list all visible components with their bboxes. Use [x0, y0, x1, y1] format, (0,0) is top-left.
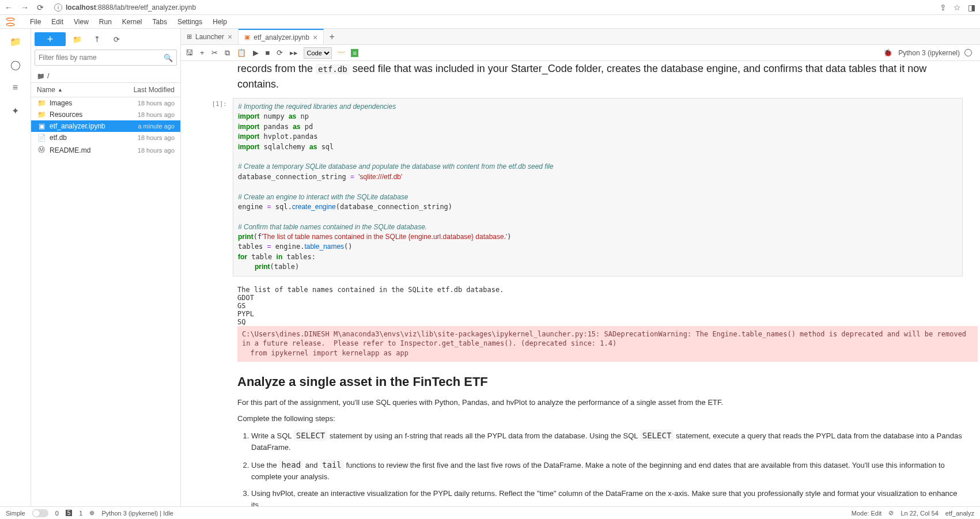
status-cursor: Ln 22, Col 54	[900, 510, 938, 517]
add-tab-button[interactable]: +	[324, 29, 340, 44]
list-item: Write a SQL SELECT statement by using an…	[251, 430, 963, 453]
menu-view[interactable]: View	[74, 18, 89, 26]
status-count-box: 5	[66, 510, 73, 516]
panel-icon[interactable]: ◨	[968, 3, 975, 12]
copy-icon[interactable]: ⧉	[224, 48, 231, 58]
tab-launcher[interactable]: ⊞ Launcher ×	[181, 29, 239, 44]
toc-icon[interactable]: ≡	[10, 82, 21, 93]
stop-icon[interactable]: ■	[264, 48, 271, 57]
status-kernel[interactable]: Python 3 (ipykernel) | Idle	[101, 510, 173, 517]
status-mode: Mode: Edit	[852, 510, 882, 517]
menu-tabs[interactable]: Tabs	[153, 18, 167, 26]
forward-icon[interactable]: →	[21, 3, 29, 12]
status-count: 1	[79, 510, 82, 517]
md-code: etf.db	[316, 64, 350, 74]
back-icon[interactable]: ←	[5, 3, 13, 12]
new-launcher-button[interactable]: +	[35, 32, 66, 46]
reload-icon[interactable]: ⟳	[37, 3, 44, 12]
info-icon[interactable]: i	[54, 3, 62, 12]
fast-forward-icon[interactable]: ▸▸	[289, 48, 299, 57]
star-icon[interactable]: ☆	[953, 3, 961, 12]
notebook-toolbar: 🖫 + ✂ ⧉ 📋 ▶ ■ ⟳ ▸▸ Code 〰 ≡ 🐞 Python 3 (…	[181, 45, 980, 61]
list-item: Use the head and tail functions to revie…	[251, 459, 963, 483]
col-name[interactable]: Name	[37, 86, 55, 94]
notebook-body[interactable]: records from the etf.db seed file that w…	[181, 61, 980, 506]
simple-toggle[interactable]	[32, 509, 48, 517]
status-file: etf_analyz	[945, 510, 974, 517]
chart-icon[interactable]: 〰	[336, 48, 346, 57]
cell-output-warning: C:\Users\dines.DINESH M\anaconda3\envs\v…	[237, 326, 978, 362]
save-icon[interactable]: 🖫	[184, 48, 194, 57]
file-browser: + 📁 ⤒ ⟳ 🔍 / Name ▲ Last Modified 📁Images…	[31, 29, 181, 506]
cut-icon[interactable]: ✂	[210, 48, 219, 57]
col-modified[interactable]: Last Modified	[134, 86, 175, 94]
file-item[interactable]: ▣etf_analyzer.ipynba minute ago	[31, 120, 180, 132]
running-icon[interactable]: ◯	[10, 59, 21, 70]
jupyter-menu-bar: File Edit View Run Kernel Tabs Settings …	[0, 15, 980, 29]
code-editor[interactable]: # Importing the required libraries and d…	[233, 98, 963, 276]
menu-edit[interactable]: Edit	[51, 18, 63, 26]
file-modified: 18 hours ago	[138, 147, 175, 154]
markdown-cell-section[interactable]: Analyze a single asset in the FinTech ET…	[181, 372, 980, 506]
menu-kernel[interactable]: Kernel	[122, 18, 142, 26]
bell-icon[interactable]: ⊘	[888, 509, 894, 517]
launcher-icon: ⊞	[187, 33, 192, 40]
menu-run[interactable]: Run	[99, 18, 112, 26]
tab-bar: ⊞ Launcher × etf_analyzer.ipynb × +	[181, 29, 980, 45]
code-cell[interactable]: [1]: # Importing the required libraries …	[181, 98, 980, 282]
activity-bar: 📁 ◯ ≡ ✦	[0, 29, 31, 506]
new-folder-icon[interactable]: 📁	[69, 32, 85, 46]
menu-help[interactable]: Help	[213, 18, 227, 26]
folder-icon[interactable]: 📁	[10, 36, 21, 47]
status-count: 0	[55, 510, 59, 517]
file-type-icon: 📁	[37, 111, 46, 119]
bug-icon[interactable]: 🐞	[882, 48, 894, 57]
menu-file[interactable]: File	[30, 18, 41, 26]
run-icon[interactable]: ▶	[252, 48, 260, 57]
restart-icon[interactable]: ⟳	[275, 48, 284, 57]
md-paragraph: For this part of the assignment, you'll …	[237, 397, 963, 408]
notebook-icon	[244, 33, 250, 41]
file-item[interactable]: 📄etf.db18 hours ago	[31, 132, 180, 143]
section-heading: Analyze a single asset in the FinTech ET…	[237, 372, 963, 391]
home-folder-icon[interactable]	[37, 71, 45, 80]
file-name: README.md	[50, 146, 138, 154]
close-icon[interactable]: ×	[228, 32, 232, 41]
file-list: 📁Images18 hours ago📁Resources18 hours ag…	[31, 97, 180, 506]
file-item[interactable]: ⓂREADME.md18 hours ago	[31, 143, 180, 157]
menu-settings[interactable]: Settings	[177, 18, 202, 26]
browser-chrome: ← → ⟳ i localhost:8888/lab/tree/etf_anal…	[0, 0, 980, 15]
cell-type-select[interactable]: Code	[304, 47, 332, 59]
paste-icon[interactable]: 📋	[236, 48, 247, 57]
upload-icon[interactable]: ⤒	[89, 32, 105, 46]
markdown-cell-top[interactable]: records from the etf.db seed file that w…	[181, 61, 980, 98]
filter-input-wrapper[interactable]: 🔍	[35, 50, 177, 66]
file-list-header: Name ▲ Last Modified	[31, 82, 180, 97]
breadcrumb[interactable]: /	[31, 69, 180, 82]
sort-icon[interactable]: ▲	[58, 87, 63, 93]
extension-icon[interactable]: ✦	[10, 105, 21, 116]
file-item[interactable]: 📁Resources18 hours ago	[31, 109, 180, 120]
cell-output-text: The list of table names contained in the…	[181, 282, 980, 326]
file-name: etf.db	[50, 134, 138, 142]
md-paragraph: Complete the following steps:	[237, 413, 963, 425]
tab-notebook[interactable]: etf_analyzer.ipynb ×	[239, 29, 324, 44]
file-name: Images	[50, 99, 138, 107]
add-cell-icon[interactable]: +	[199, 48, 206, 57]
file-modified: a minute ago	[138, 123, 175, 130]
file-type-icon: 📁	[37, 99, 46, 107]
kernel-name[interactable]: Python 3 (ipykernel)	[898, 49, 960, 57]
close-icon[interactable]: ×	[313, 33, 317, 42]
kernel-status-icon[interactable]	[964, 49, 972, 56]
list-item: Using hvPlot, create an interactive visu…	[251, 488, 963, 506]
url-host: localhost	[66, 3, 96, 12]
file-type-icon: 📄	[37, 134, 46, 142]
file-item[interactable]: 📁Images18 hours ago	[31, 97, 180, 109]
refresh-icon[interactable]: ⟳	[108, 32, 124, 46]
file-name: etf_analyzer.ipynb	[50, 122, 138, 130]
render-icon[interactable]: ≡	[351, 49, 358, 57]
share-icon[interactable]: ⇪	[940, 3, 947, 12]
filter-input[interactable]	[39, 54, 164, 62]
breadcrumb-root: /	[47, 71, 50, 80]
url-bar[interactable]: i localhost:8888/lab/tree/etf_analyzer.i…	[50, 3, 934, 12]
